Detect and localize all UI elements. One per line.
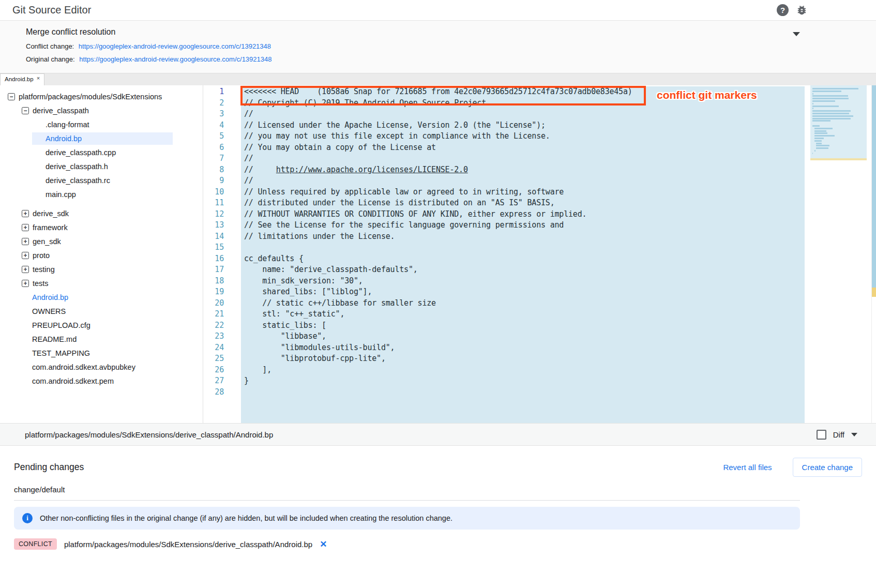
tree-item--clang-format[interactable]: .clang-format	[0, 117, 203, 131]
code-line-11[interactable]: 11// distributed under the License is di…	[203, 198, 805, 209]
tree-item-derive-classpath-rc[interactable]: derive_classpath.rc	[0, 173, 203, 187]
line-number: 27	[203, 375, 224, 387]
code-text: // You may obtain a copy of the License …	[241, 142, 805, 154]
tab-close-icon[interactable]: ×	[37, 75, 40, 84]
code-text	[241, 387, 805, 398]
code-line-13[interactable]: 13// See the License for the specific la…	[203, 220, 805, 231]
expand-toggle-icon[interactable]: +	[22, 210, 29, 217]
tree-item-proto[interactable]: +proto	[0, 248, 203, 262]
expand-toggle-icon[interactable]: +	[22, 266, 29, 273]
code-text: // distributed under the License is dist…	[241, 198, 805, 209]
collapse-toggle-icon[interactable]: −	[8, 93, 15, 100]
tree-item-tests[interactable]: +tests	[0, 276, 203, 290]
expand-toggle-icon[interactable]: +	[22, 238, 29, 245]
tree-item-gen-sdk[interactable]: +gen_sdk	[0, 234, 203, 248]
remove-file-icon[interactable]: ✕	[320, 539, 327, 550]
code-line-15[interactable]: 15	[203, 242, 805, 253]
gutter-gap	[224, 264, 241, 276]
file-path-bar: platform/packages/modules/SdkExtensions/…	[0, 423, 876, 446]
tree-item-com-android-sdkext-avbpubkey[interactable]: com.android.sdkext.avbpubkey	[0, 360, 203, 374]
line-number: 11	[203, 198, 224, 209]
tree-item-testing[interactable]: +testing	[0, 262, 203, 276]
tree-item-derive-classpath[interactable]: −derive_classpath	[0, 103, 203, 117]
collapse-panel-caret-icon[interactable]	[793, 32, 800, 36]
code-line-12[interactable]: 12// WITHOUT WARRANTIES OR CONDITIONS OF…	[203, 209, 805, 220]
code-line-1[interactable]: 1<<<<<<< HEAD (1058a6 Snap for 7216685 f…	[203, 86, 805, 98]
code-line-17[interactable]: 17 name: "derive_classpath-defaults",	[203, 264, 805, 276]
code-line-6[interactable]: 6// You may obtain a copy of the License…	[203, 142, 805, 154]
code-text: // http://www.apache.org/licenses/LICENS…	[241, 164, 805, 176]
code-line-10[interactable]: 10// Unless required by applicable law o…	[203, 187, 805, 198]
editor-overview-ruler[interactable]	[871, 85, 876, 423]
code-line-20[interactable]: 20 // static c++/libbase for smaller siz…	[203, 298, 805, 309]
tree-item-label: PREUPLOAD.cfg	[32, 321, 90, 329]
tree-item-com-android-sdkext-pem[interactable]: com.android.sdkext.pem	[0, 374, 203, 388]
expand-toggle-icon[interactable]: +	[22, 280, 29, 287]
code-line-3[interactable]: 3//	[203, 109, 805, 120]
tree-item-main-cpp[interactable]: main.cpp	[0, 187, 203, 201]
code-lines[interactable]: 1<<<<<<< HEAD (1058a6 Snap for 7216685 f…	[203, 86, 805, 423]
original-change-link[interactable]: https://googleplex-android-review.google…	[79, 55, 271, 63]
tree-item-derive-classpath-h[interactable]: derive_classpath.h	[0, 159, 203, 173]
expand-toggle-icon[interactable]: +	[22, 252, 29, 259]
editor-minimap[interactable]	[810, 85, 867, 423]
tree-item-label: derive_classpath.rc	[46, 176, 110, 185]
tree-item-platform-packages-modules-sdkextensions[interactable]: −platform/packages/modules/SdkExtensions	[0, 89, 203, 103]
tree-item-derive-sdk[interactable]: +derive_sdk	[0, 206, 203, 220]
tree-item-derive-classpath-cpp[interactable]: derive_classpath.cpp	[0, 145, 203, 159]
collapse-toggle-icon[interactable]: −	[22, 107, 29, 114]
code-line-18[interactable]: 18 min_sdk_version: "30",	[203, 276, 805, 287]
code-line-2[interactable]: 2// Copyright (C) 2019 The Android Open …	[203, 98, 805, 109]
tree-item-framework[interactable]: +framework	[0, 220, 203, 234]
gutter-gap	[224, 342, 241, 354]
tree-item-android-bp[interactable]: Android.bp	[0, 131, 203, 145]
line-number: 13	[203, 220, 224, 231]
diff-checkbox[interactable]	[817, 430, 826, 440]
minimap-code-block	[810, 85, 867, 158]
code-line-19[interactable]: 19 shared_libs: ["liblog"],	[203, 287, 805, 298]
code-line-7[interactable]: 7//	[203, 153, 805, 164]
tree-item-label: .clang-format	[46, 120, 89, 129]
line-number: 19	[203, 287, 224, 298]
expand-toggle-icon[interactable]: +	[22, 224, 29, 231]
help-icon[interactable]: ?	[777, 4, 789, 16]
tab-android-bp[interactable]: Android.bp ×	[0, 73, 44, 85]
tree-item-label: com.android.sdkext.avbpubkey	[32, 363, 135, 371]
diff-label[interactable]: Diff	[833, 430, 844, 439]
code-line-14[interactable]: 14// limitations under the License.	[203, 231, 805, 243]
tree-item-test-mapping[interactable]: TEST_MAPPING	[0, 346, 203, 360]
code-text: "libprotobuf-cpp-lite",	[241, 353, 805, 365]
code-text: stl: "c++_static",	[241, 309, 805, 320]
line-number: 16	[203, 253, 224, 265]
info-banner: i Other non-conflicting files in the ori…	[14, 507, 800, 530]
tree-item-owners[interactable]: OWNERS	[0, 304, 203, 318]
code-line-26[interactable]: 26 ],	[203, 365, 805, 376]
revert-all-files-button[interactable]: Revert all files	[723, 463, 772, 472]
code-line-21[interactable]: 21 stl: "c++_static",	[203, 309, 805, 320]
tree-item-android-bp[interactable]: Android.bp	[0, 290, 203, 304]
code-line-27[interactable]: 27}	[203, 375, 805, 387]
conflict-change-link[interactable]: https://googleplex-android-review.google…	[79, 42, 271, 50]
code-line-24[interactable]: 24 "libmodules-utils-build",	[203, 342, 805, 354]
code-line-4[interactable]: 4// Licensed under the Apache License, V…	[203, 120, 805, 131]
code-line-16[interactable]: 16cc_defaults {	[203, 253, 805, 265]
bug-report-icon[interactable]	[796, 4, 808, 16]
code-line-9[interactable]: 9//	[203, 175, 805, 187]
line-number: 6	[203, 142, 224, 154]
line-number: 8	[203, 164, 224, 176]
code-line-5[interactable]: 5// you may not use this file except in …	[203, 131, 805, 142]
tree-item-preupload-cfg[interactable]: PREUPLOAD.cfg	[0, 318, 203, 332]
gutter-gap	[224, 365, 241, 376]
code-line-22[interactable]: 22 static_libs: [	[203, 320, 805, 331]
create-change-button[interactable]: Create change	[793, 458, 862, 477]
code-line-23[interactable]: 23 "libbase",	[203, 331, 805, 342]
gutter-gap	[224, 109, 241, 120]
diff-caret-icon[interactable]	[851, 433, 857, 436]
code-line-25[interactable]: 25 "libprotobuf-cpp-lite",	[203, 353, 805, 365]
code-line-28[interactable]: 28	[203, 387, 805, 398]
divider	[14, 500, 800, 501]
tree-item-readme-md[interactable]: README.md	[0, 332, 203, 346]
code-line-8[interactable]: 8// http://www.apache.org/licenses/LICEN…	[203, 164, 805, 176]
code-editor[interactable]: 1<<<<<<< HEAD (1058a6 Snap for 7216685 f…	[203, 85, 876, 423]
code-text: shared_libs: ["liblog"],	[241, 287, 805, 298]
